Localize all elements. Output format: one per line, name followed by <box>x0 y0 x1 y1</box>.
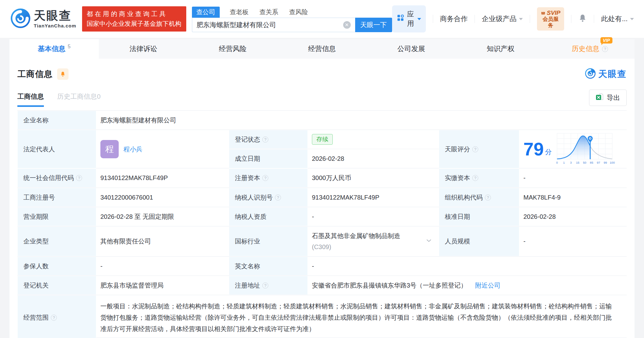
promo-line1: 都 在 用 的 商 业 查 询 工 具 <box>87 9 182 19</box>
excel-icon <box>596 93 604 102</box>
search-tabs: 查公司 查老板 查关系 查风险 <box>192 6 392 18</box>
org-code-label-text: 组织机构代码 <box>445 193 483 202</box>
table-row: 企业类型 其他有限责任公司 国标行业 石墨及其他非金属矿物制品制造(C309) … <box>17 226 627 257</box>
business-info-table: 企业名称 肥东海螺新型建材有限公司 法定代表人 程 程小兵 登记状态 <box>17 110 627 338</box>
industry-code: (C309) <box>312 243 331 250</box>
english-name-label: 英文名称 <box>229 257 308 276</box>
subtab-history-label: 历史工商信息 <box>57 93 97 100</box>
nav-enterprise-label: 企业级产品 <box>482 14 516 24</box>
tab-intellectual-property[interactable]: 知识产权 <box>456 39 545 59</box>
tab-history-info[interactable]: VIP 历史信息 <box>545 39 635 59</box>
svg-text:99: 99 <box>604 161 607 164</box>
tab-legal[interactable]: 法律诉讼 <box>99 39 188 59</box>
credit-code-value: 91340122MAK78LF49P <box>96 168 229 188</box>
reg-authority-label: 登记机关 <box>17 276 96 295</box>
tab-legal-label: 法律诉讼 <box>129 44 157 54</box>
nav-more-account[interactable]: 此处有... <box>601 14 634 24</box>
logo-domain: TianYanCha.com <box>34 23 76 28</box>
score-number: 79 <box>523 140 544 158</box>
industry-label: 国标行业 <box>229 226 308 256</box>
subtab-history-business-info[interactable]: 历史工商信息0 <box>57 92 101 107</box>
business-scope-label: 经营范围 <box>17 295 96 338</box>
search-button[interactable]: 天眼一下 <box>355 18 392 32</box>
nav-enterprise[interactable]: 企业级产品 <box>482 14 523 24</box>
table-row: 参保人数 - 英文名称 - <box>17 257 627 276</box>
help-icon[interactable] <box>485 195 491 201</box>
org-code-label: 组织机构代码 <box>439 188 519 207</box>
help-icon[interactable] <box>262 283 268 288</box>
export-button[interactable]: 导出 <box>589 90 627 106</box>
tianyancha-swirl-icon <box>585 68 596 80</box>
header-nav: 应用 商务合作 企业级产品 SVIP 会员服务 此处有... <box>392 5 634 32</box>
clear-search-icon[interactable] <box>343 21 351 29</box>
help-icon[interactable] <box>275 195 281 201</box>
divider <box>594 15 594 23</box>
table-row: 统一社会信用代码 91340122MAK78LF49P 注册资本 3000万人民… <box>17 168 627 188</box>
chevron-down-icon[interactable] <box>426 236 431 244</box>
watermark-logo: 天眼查 <box>585 68 627 80</box>
score-value: 79 分 <box>519 130 627 168</box>
score-label: 天眼评分 <box>439 130 519 168</box>
paid-capital-label-text: 实缴资本 <box>445 174 470 182</box>
industry-name: 石墨及其他非金属矿物制品制造 <box>312 232 400 239</box>
top-header: 天眼查 TianYanCha.com 都 在 用 的 商 业 查 询 工 具 国… <box>0 0 644 38</box>
help-icon[interactable] <box>51 315 57 321</box>
chevron-down-icon <box>630 18 634 20</box>
svip-member-button[interactable]: SVIP 会员服务 <box>537 7 564 31</box>
insured-count-value: - <box>96 257 229 276</box>
legal-rep-avatar[interactable]: 程 <box>100 140 119 158</box>
tab-basic-info[interactable]: 基本信息 5 <box>9 39 99 59</box>
reg-capital-label-text: 注册资本 <box>235 174 260 182</box>
svg-text:97: 97 <box>597 161 600 164</box>
search-tab-risk[interactable]: 查风险 <box>289 7 309 18</box>
section-title: 工商信息 <box>17 68 53 80</box>
company-name-label: 企业名称 <box>17 111 96 130</box>
help-icon[interactable] <box>76 175 82 181</box>
tianyancha-logo[interactable]: 天眼查 TianYanCha.com <box>10 8 76 30</box>
business-term-label: 营业期限 <box>17 207 96 226</box>
insured-count-label: 参保人数 <box>17 257 96 276</box>
tab-company-development[interactable]: 公司发展 <box>367 39 456 59</box>
search-tab-relation[interactable]: 查关系 <box>259 7 279 18</box>
help-icon[interactable] <box>472 175 478 181</box>
svg-text:0: 0 <box>556 161 558 164</box>
apps-menu-button[interactable]: 应用 <box>392 5 426 32</box>
help-icon[interactable] <box>602 46 608 52</box>
tab-operating-info[interactable]: 经营信息 <box>277 39 367 59</box>
nav-cooperation[interactable]: 商务合作 <box>440 14 468 24</box>
approval-date-value: 2026-02-28 <box>519 207 627 226</box>
help-icon[interactable] <box>472 146 478 152</box>
subscribe-bell-button[interactable] <box>57 68 69 80</box>
divider <box>571 15 571 23</box>
establish-date-value: 2026-02-28 <box>308 149 439 168</box>
main-tabbar: 基本信息 5 法律诉讼 经营风险 经营信息 公司发展 知识产权 VIP 历史信息 <box>9 39 635 59</box>
reg-capital-value: 3000万人民币 <box>308 168 439 188</box>
score-unit: 分 <box>545 148 552 156</box>
subtab-business-info[interactable]: 工商信息 <box>17 92 44 107</box>
industry-value[interactable]: 石墨及其他非金属矿物制品制造(C309) <box>308 226 439 256</box>
taxpayer-id-value: 91340122MAK78LF49P <box>308 188 439 207</box>
notification-bell-icon[interactable] <box>578 14 587 24</box>
paid-capital-value: - <box>519 168 627 188</box>
table-row: 登记机关 肥东县市场监督管理局 注册地址 安徽省合肥市肥东县撮镇镇东华路3号（一… <box>17 276 627 295</box>
nearby-companies-link[interactable]: 附近公司 <box>475 281 500 290</box>
search-tab-boss[interactable]: 查老板 <box>229 7 249 18</box>
reg-address-label: 注册地址 <box>229 276 308 295</box>
search-tab-company[interactable]: 查公司 <box>192 7 220 18</box>
approval-date-label: 核准日期 <box>439 207 519 226</box>
credit-code-label-text: 统一社会信用代码 <box>23 174 74 182</box>
company-name-value: 肥东海螺新型建材有限公司 <box>96 111 627 130</box>
svg-text:100: 100 <box>610 161 615 164</box>
crown-icon <box>541 9 546 16</box>
staff-size-value: - <box>519 226 627 256</box>
help-icon[interactable] <box>262 137 268 143</box>
tab-operating-risk[interactable]: 经营风险 <box>188 39 277 59</box>
legal-rep-name-link[interactable]: 程小兵 <box>123 145 142 154</box>
reg-status-label: 登记状态 <box>229 130 308 149</box>
divider <box>530 15 530 23</box>
search-input[interactable] <box>197 21 343 29</box>
tab-risk-label: 经营风险 <box>219 44 247 54</box>
table-row: 营业期限 2026-02-28 至 无固定期限 纳税人资质 - 核准日期 202… <box>17 207 627 226</box>
business-term-value: 2026-02-28 至 无固定期限 <box>96 207 229 226</box>
help-icon[interactable] <box>262 175 268 181</box>
